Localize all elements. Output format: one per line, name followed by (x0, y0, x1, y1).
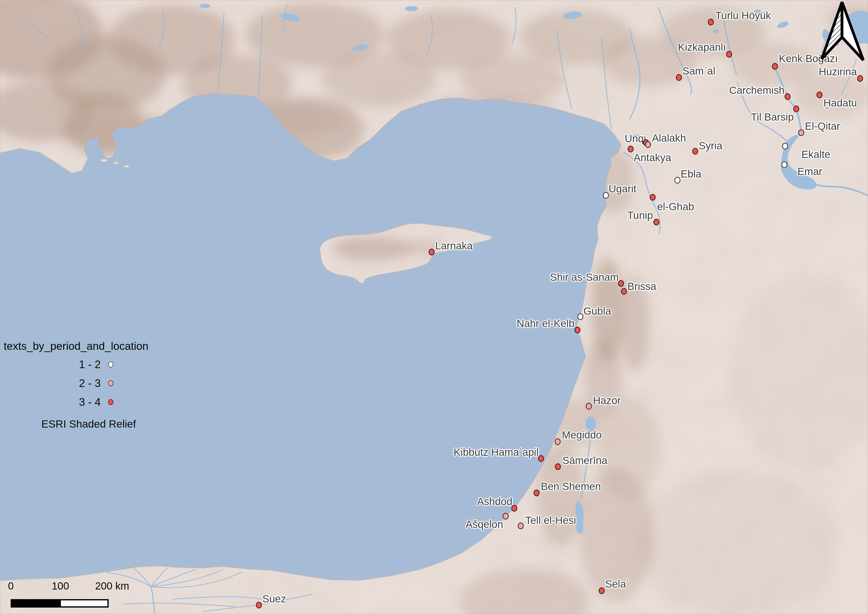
site-marker-tell-el-esi (518, 523, 524, 529)
site-marker-ebla (674, 177, 680, 184)
site-label-alalakh: Alalakh (652, 132, 686, 144)
site-label-ekalte: Ekalte (801, 149, 830, 160)
site-marker-gubla (577, 313, 583, 320)
site-label-suez: Suez (262, 593, 286, 605)
site-marker-shir-as-sanam (618, 280, 624, 287)
site-label-turlu-h-y-k: Turlu Höyük (715, 10, 771, 21)
site-marker-adatu (817, 91, 823, 98)
site-marker-kibbutz-hama-apil (538, 455, 544, 462)
north-arrow-icon (819, 0, 866, 62)
scale-bar-bar (11, 599, 108, 608)
site-label-el-qitar: El-Qitar (805, 121, 840, 132)
site-marker-ugarit (603, 192, 609, 199)
site-label-a-qelon: Ašqelon (465, 519, 503, 530)
site-label-brissa: Brissa (628, 281, 656, 292)
site-marker-sam-al (676, 74, 682, 81)
legend-class-label: 1 - 2 (79, 358, 101, 371)
site-label-larnaka: Larnaka (435, 240, 473, 251)
site-label-sela: Selaʾ (605, 578, 629, 590)
site-label-ben-shemen: Ben Shemen (541, 481, 601, 492)
scale-bar-segment-0-100 (11, 599, 60, 608)
site-label-hazor: Hazor (593, 395, 621, 406)
site-label-tell-el-esi: Tell el-Ḥesi (525, 515, 576, 526)
site-marker-sela (599, 588, 604, 594)
site-marker-carchemish (784, 93, 790, 100)
legend-class-row: 3 - 4 (4, 395, 115, 409)
legend-title: texts_by_period_and_location (4, 340, 149, 352)
site-label-kizkapanl: Kizkapanlı (678, 42, 726, 53)
sites-layer: Turlu HöyükKizkapanlıKenk BoğazıSamʾalHu… (0, 0, 868, 614)
site-marker-el-qitar (798, 129, 804, 136)
legend-class-symbol (108, 399, 113, 405)
legend-class-row: 1 - 2 (4, 358, 115, 371)
scale-bar-segment-100-200 (60, 599, 108, 608)
site-marker-s-mer-na (555, 464, 561, 470)
site-marker-syria (692, 148, 698, 155)
site-label-sam-al: Samʾal (682, 65, 715, 77)
site-marker-tunip (653, 219, 659, 226)
legend-class-label: 2 - 3 (79, 377, 101, 389)
site-label-s-mer-na: Sāmerīna (562, 455, 608, 466)
scale-bar: 0100200 km (6, 580, 135, 610)
site-label-shir-as-sanam: Shir as-Sanam (550, 271, 619, 283)
site-marker-nahr-el-kelb (575, 327, 580, 333)
site-label-ugarit: Ugarit (609, 183, 636, 195)
site-marker-ben-shemen (534, 490, 539, 496)
site-marker-ekalte (782, 143, 788, 150)
site-marker-turlu-h-y-k (708, 19, 714, 25)
site-label-huzirina: Huzirina (819, 66, 857, 78)
site-marker-kenk-bo-az (772, 63, 778, 70)
legend-basemap-label: ESRI Shaded Relief (41, 418, 136, 430)
site-marker-brissa (621, 288, 627, 295)
legend-class-row: 2 - 3 (4, 376, 115, 390)
site-marker-hazor (586, 403, 592, 410)
scale-bar-tick: 100 (52, 580, 69, 592)
legend-class-symbol (108, 361, 113, 367)
site-label-el-ghab: el-Ghab (657, 201, 694, 212)
site-marker-suez (256, 602, 262, 609)
scale-bar-tick: 0 (8, 580, 14, 592)
site-label-tunip: Tunip (627, 210, 653, 221)
legend-class-label: 3 - 4 (79, 396, 101, 408)
site-marker-unqi (628, 146, 634, 152)
site-marker-til-barsip (793, 106, 799, 112)
site-label-ashdod: Ashdod (477, 496, 512, 507)
site-label-adatu: Ḫadatu (823, 97, 857, 109)
site-marker-megiddo (555, 439, 561, 445)
site-label-megiddo: Megiddo (562, 429, 602, 441)
site-marker-emar (781, 161, 787, 168)
site-marker-kizkapanl (726, 51, 732, 58)
site-label-antakya: Antakya (634, 152, 671, 163)
site-label-nahr-el-kelb: Nahr el-Kelb (517, 318, 575, 329)
site-marker-a-qelon (503, 513, 508, 520)
site-label-ebla: Ebla (680, 168, 701, 180)
site-marker-el-ghab (650, 194, 656, 201)
site-label-syria: Syria (699, 140, 722, 152)
site-label-kibbutz-hama-apil: Kibbutz Hamaʿapil (454, 447, 539, 458)
site-label-carchemish: Carchemish (729, 85, 784, 96)
map-canvas[interactable]: Turlu HöyükKizkapanlıKenk BoğazıSamʾalHu… (0, 0, 868, 614)
site-label-gubla: Gubla (583, 305, 611, 317)
site-marker-huzirina (857, 75, 863, 82)
site-label-emar: Emar (797, 166, 822, 177)
site-marker-alalakh (645, 141, 651, 148)
site-label-til-barsip: Til Barsip (751, 112, 794, 123)
legend-class-symbol (108, 380, 113, 386)
scale-bar-tick: 200 km (95, 580, 129, 592)
site-marker-larnaka (429, 249, 435, 256)
